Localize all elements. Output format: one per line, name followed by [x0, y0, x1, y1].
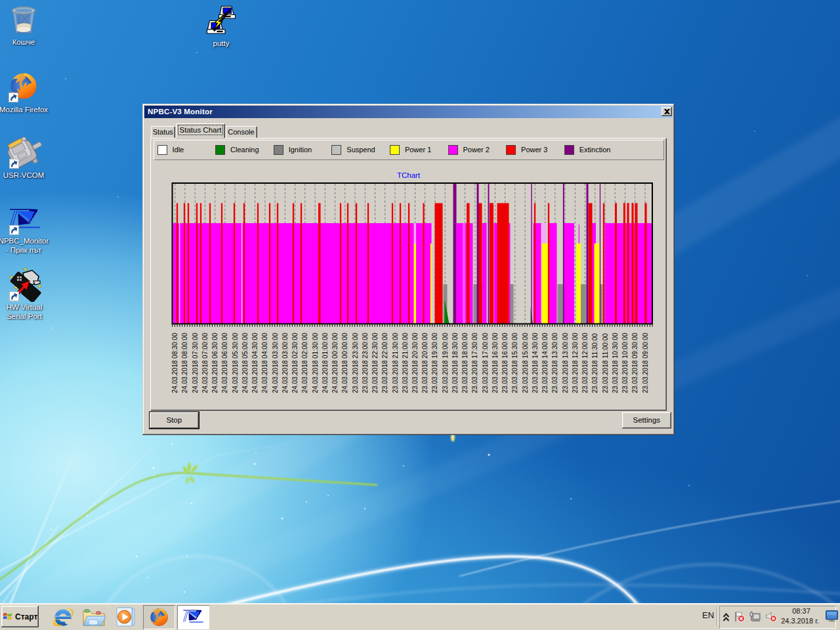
svg-text:23.03.2018 15:30:00: 23.03.2018 15:30:00: [511, 333, 518, 393]
svg-text:23.03.2018 11:00:00: 23.03.2018 11:00:00: [601, 333, 608, 393]
svg-text:24.03.2018 06:30:00: 24.03.2018 06:30:00: [211, 333, 219, 393]
svg-text:23.03.2018 22:00:00: 23.03.2018 22:00:00: [381, 333, 388, 393]
svg-text:23.03.2018 11:30:00: 23.03.2018 11:30:00: [591, 333, 598, 393]
svg-text:TChart: TChart: [396, 171, 420, 179]
svg-text:23.03.2018 09:30:00: 23.03.2018 09:30:00: [631, 333, 639, 393]
svg-text:24.03.2018 01:00:00: 24.03.2018 01:00:00: [321, 333, 328, 393]
svg-text:24.03.2018 00:00:00: 24.03.2018 00:00:00: [341, 333, 348, 393]
svg-text:23.03.2018 12:30:00: 23.03.2018 12:30:00: [571, 333, 578, 393]
svg-text:23.03.2018 10:30:00: 23.03.2018 10:30:00: [611, 333, 618, 393]
svg-text:23.03.2018 13:30:00: 23.03.2018 13:30:00: [551, 333, 558, 393]
svg-text:23.03.2018 12:00:00: 23.03.2018 12:00:00: [581, 333, 589, 393]
svg-text:23.03.2018 19:00:00: 23.03.2018 19:00:00: [441, 333, 448, 393]
svg-text:23.03.2018 18:00:00: 23.03.2018 18:00:00: [461, 333, 469, 393]
svg-text:23.03.2018 20:30:00: 23.03.2018 20:30:00: [411, 333, 419, 393]
svg-text:23.03.2018 13:00:00: 23.03.2018 13:00:00: [561, 333, 568, 393]
svg-text:24.03.2018 08:00:00: 24.03.2018 08:00:00: [181, 333, 188, 393]
svg-text:24.03.2018 02:30:00: 24.03.2018 02:30:00: [291, 333, 299, 393]
svg-text:23.03.2018 17:30:00: 23.03.2018 17:30:00: [471, 333, 478, 393]
svg-text:23.03.2018 16:30:00: 23.03.2018 16:30:00: [491, 333, 498, 393]
svg-text:23.03.2018 19:30:00: 23.03.2018 19:30:00: [431, 333, 438, 393]
svg-text:23.03.2018 20:00:00: 23.03.2018 20:00:00: [421, 333, 429, 393]
svg-text:24.03.2018 06:00:00: 24.03.2018 06:00:00: [221, 333, 228, 393]
svg-text:24.03.2018 03:30:00: 24.03.2018 03:30:00: [271, 333, 278, 393]
svg-text:23.03.2018 16:00:00: 23.03.2018 16:00:00: [501, 333, 509, 393]
svg-text:23.03.2018 09:00:00: 23.03.2018 09:00:00: [641, 333, 648, 393]
svg-text:24.03.2018 01:30:00: 24.03.2018 01:30:00: [311, 333, 318, 393]
svg-text:23.03.2018 10:00:00: 23.03.2018 10:00:00: [621, 333, 629, 393]
svg-text:24.03.2018 07:30:00: 24.03.2018 07:30:00: [191, 333, 198, 393]
svg-text:23.03.2018 23:00:00: 23.03.2018 23:00:00: [361, 333, 368, 393]
svg-text:23.03.2018 17:00:00: 23.03.2018 17:00:00: [481, 333, 488, 393]
svg-text:23.03.2018 23:30:00: 23.03.2018 23:30:00: [351, 333, 358, 393]
svg-text:24.03.2018 04:30:00: 24.03.2018 04:30:00: [251, 333, 259, 393]
svg-text:24.03.2018 03:00:00: 24.03.2018 03:00:00: [281, 333, 288, 393]
svg-text:24.03.2018 08:30:00: 24.03.2018 08:30:00: [171, 333, 178, 393]
svg-text:24.03.2018 05:30:00: 24.03.2018 05:30:00: [231, 333, 238, 393]
svg-text:24.03.2018 07:00:00: 24.03.2018 07:00:00: [201, 333, 208, 393]
svg-text:24.03.2018 04:00:00: 24.03.2018 04:00:00: [261, 333, 268, 393]
svg-text:24.03.2018 00:30:00: 24.03.2018 00:30:00: [331, 333, 339, 393]
svg-text:24.03.2018 05:00:00: 24.03.2018 05:00:00: [241, 333, 248, 393]
svg-text:23.03.2018 21:30:00: 23.03.2018 21:30:00: [391, 333, 398, 393]
svg-text:23.03.2018 18:30:00: 23.03.2018 18:30:00: [451, 333, 458, 393]
svg-text:24.03.2018 02:00:00: 24.03.2018 02:00:00: [301, 333, 308, 393]
svg-text:23.03.2018 15:00:00: 23.03.2018 15:00:00: [521, 333, 528, 393]
svg-text:23.03.2018 22:30:00: 23.03.2018 22:30:00: [371, 333, 379, 393]
svg-text:23.03.2018 14:00:00: 23.03.2018 14:00:00: [541, 333, 549, 393]
svg-text:23.03.2018 14:30:00: 23.03.2018 14:30:00: [531, 333, 538, 393]
svg-text:23.03.2018 21:00:00: 23.03.2018 21:00:00: [401, 333, 408, 393]
